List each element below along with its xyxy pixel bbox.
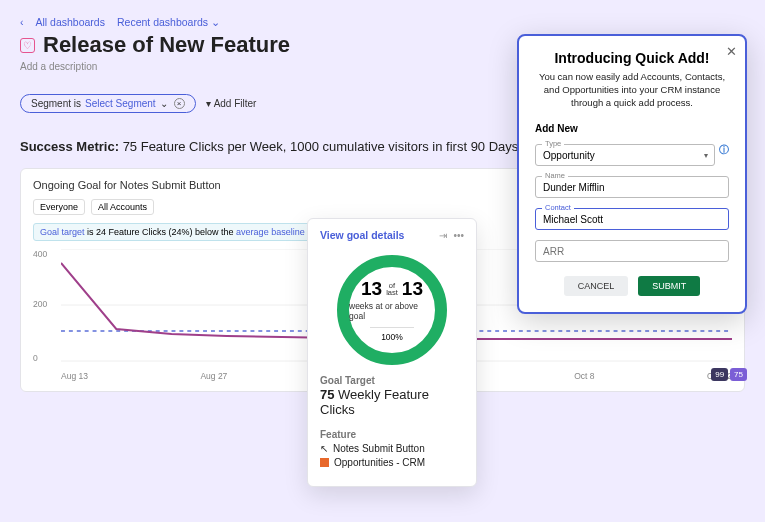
chevron-left-icon: ‹ [20,16,24,28]
cursor-icon: ↖ [320,443,328,454]
modal-subtitle: You can now easily add Accounts, Contact… [535,71,729,109]
progress-ring: 13 oflast 13 weeks at or above goal 100% [337,255,447,365]
info-icon[interactable]: ⓘ [719,143,729,157]
name-input[interactable] [543,182,721,193]
feature-label: Feature [320,429,464,440]
cancel-button[interactable]: CANCEL [564,276,629,296]
contact-field[interactable]: Contact [535,208,729,230]
arr-input[interactable] [543,246,721,257]
close-icon[interactable]: ✕ [726,44,737,59]
goal-target-label: Goal Target [320,375,464,386]
filter-icon: ▾ [206,98,211,109]
value-badges: 99 75 [711,368,747,381]
expand-icon[interactable]: ⇥ [439,230,447,241]
breadcrumb-recent[interactable]: Recent dashboards ⌄ [117,16,220,28]
segment-filter[interactable]: Segment is Select Segment ⌄ × [20,94,196,113]
tab-everyone[interactable]: Everyone [33,199,85,215]
page-title: Release of New Feature [43,32,290,58]
goal-target-value: 75 Weekly Feature Clicks [320,387,464,417]
modal-section: Add New [535,123,729,134]
add-filter-button[interactable]: ▾ Add Filter [206,98,257,109]
name-field[interactable]: Name [535,176,729,198]
square-icon [320,458,329,467]
clear-filter-icon[interactable]: × [174,98,185,109]
type-select[interactable]: Type Opportunity ▾ [535,144,715,166]
favorite-icon[interactable]: ♡ [20,38,35,53]
view-goal-details-link[interactable]: View goal details [320,229,404,241]
chevron-down-icon: ⌄ [211,16,220,28]
goal-details-popover: View goal details ⇥ ••• 13 oflast 13 wee… [307,218,477,487]
submit-button[interactable]: SUBMIT [638,276,700,296]
tab-all-accounts[interactable]: All Accounts [91,199,154,215]
chevron-down-icon: ⌄ [160,98,168,109]
list-item: Opportunities - CRM [320,457,464,468]
quick-add-modal: ✕ Introducing Quick Add! You can now eas… [517,34,747,314]
goal-target-note: Goal target is 24 Feature Clicks (24%) b… [33,223,312,241]
list-item: ↖Notes Submit Button [320,443,464,454]
modal-title: Introducing Quick Add! [535,50,729,66]
more-icon[interactable]: ••• [453,230,464,241]
chevron-down-icon: ▾ [704,151,708,160]
contact-input[interactable] [543,214,721,225]
arr-field[interactable] [535,240,729,262]
breadcrumb-all[interactable]: All dashboards [36,16,105,28]
